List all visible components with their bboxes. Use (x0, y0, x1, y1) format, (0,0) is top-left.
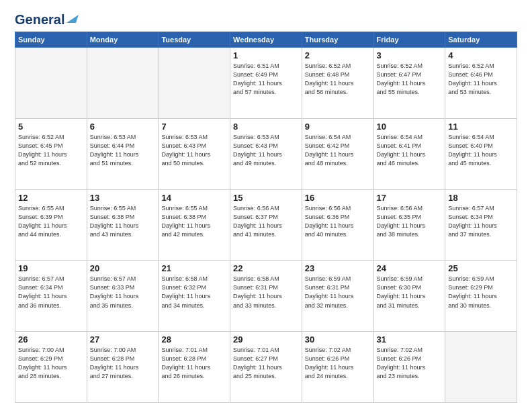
day-cell: 19Sunrise: 6:57 AM Sunset: 6:34 PM Dayli… (15, 261, 87, 332)
day-number: 22 (233, 263, 299, 273)
day-info: Sunrise: 6:52 AM Sunset: 6:45 PM Dayligh… (18, 133, 84, 168)
day-info: Sunrise: 6:53 AM Sunset: 6:43 PM Dayligh… (161, 133, 227, 168)
page: General SundayMondayTuesdayWednesdayThur… (0, 0, 532, 411)
day-number: 13 (90, 193, 156, 203)
day-cell: 26Sunrise: 7:00 AM Sunset: 6:29 PM Dayli… (15, 332, 87, 403)
day-number: 31 (377, 334, 443, 345)
weekday-wednesday: Wednesday (230, 32, 302, 48)
weekday-thursday: Thursday (302, 32, 373, 48)
weekday-sunday: Sunday (15, 32, 87, 48)
day-number: 17 (377, 193, 443, 203)
day-info: Sunrise: 6:59 AM Sunset: 6:29 PM Dayligh… (448, 275, 514, 310)
day-cell: 14Sunrise: 6:55 AM Sunset: 6:38 PM Dayli… (159, 189, 230, 261)
day-info: Sunrise: 6:56 AM Sunset: 6:35 PM Dayligh… (377, 204, 443, 239)
day-info: Sunrise: 6:56 AM Sunset: 6:37 PM Dayligh… (233, 204, 299, 239)
day-cell: 13Sunrise: 6:55 AM Sunset: 6:38 PM Dayli… (87, 189, 159, 261)
day-cell: 21Sunrise: 6:58 AM Sunset: 6:32 PM Dayli… (159, 261, 230, 332)
day-info: Sunrise: 6:58 AM Sunset: 6:31 PM Dayligh… (233, 275, 299, 310)
day-number: 10 (377, 122, 443, 132)
day-cell: 22Sunrise: 6:58 AM Sunset: 6:31 PM Dayli… (230, 261, 302, 332)
day-number: 26 (18, 334, 84, 345)
logo: General (15, 12, 79, 26)
day-info: Sunrise: 6:55 AM Sunset: 6:39 PM Dayligh… (18, 204, 84, 239)
day-cell: 30Sunrise: 7:02 AM Sunset: 6:26 PM Dayli… (302, 332, 373, 403)
week-row-5: 26Sunrise: 7:00 AM Sunset: 6:29 PM Dayli… (15, 332, 517, 403)
day-info: Sunrise: 6:57 AM Sunset: 6:34 PM Dayligh… (448, 204, 514, 239)
day-info: Sunrise: 6:54 AM Sunset: 6:41 PM Dayligh… (377, 133, 443, 168)
logo-wing-icon (66, 13, 79, 27)
day-cell (87, 48, 159, 119)
day-cell: 12Sunrise: 6:55 AM Sunset: 6:39 PM Dayli… (15, 189, 87, 261)
day-cell: 17Sunrise: 6:56 AM Sunset: 6:35 PM Dayli… (373, 189, 445, 261)
day-number: 5 (18, 122, 84, 132)
day-number: 14 (161, 193, 227, 203)
day-cell: 2Sunrise: 6:52 AM Sunset: 6:48 PM Daylig… (302, 48, 373, 119)
week-row-2: 5Sunrise: 6:52 AM Sunset: 6:45 PM Daylig… (15, 118, 517, 189)
day-number: 24 (377, 263, 443, 273)
day-info: Sunrise: 6:55 AM Sunset: 6:38 PM Dayligh… (161, 204, 227, 239)
week-row-1: 1Sunrise: 6:51 AM Sunset: 6:49 PM Daylig… (15, 48, 517, 119)
day-number: 29 (233, 334, 299, 345)
day-cell: 18Sunrise: 6:57 AM Sunset: 6:34 PM Dayli… (445, 189, 517, 261)
day-cell: 25Sunrise: 6:59 AM Sunset: 6:29 PM Dayli… (445, 261, 517, 332)
day-info: Sunrise: 6:56 AM Sunset: 6:36 PM Dayligh… (305, 204, 371, 239)
day-info: Sunrise: 6:54 AM Sunset: 6:42 PM Dayligh… (305, 133, 371, 168)
day-number: 11 (448, 122, 514, 132)
day-number: 16 (305, 193, 371, 203)
day-info: Sunrise: 6:54 AM Sunset: 6:40 PM Dayligh… (448, 133, 514, 168)
day-info: Sunrise: 7:00 AM Sunset: 6:29 PM Dayligh… (18, 346, 84, 381)
day-info: Sunrise: 6:53 AM Sunset: 6:43 PM Dayligh… (233, 133, 299, 168)
day-number: 30 (305, 334, 371, 345)
day-info: Sunrise: 7:02 AM Sunset: 6:26 PM Dayligh… (377, 346, 443, 381)
day-number: 6 (90, 122, 156, 132)
calendar-table: SundayMondayTuesdayWednesdayThursdayFrid… (15, 32, 517, 403)
day-cell: 3Sunrise: 6:52 AM Sunset: 6:47 PM Daylig… (373, 48, 445, 119)
day-cell: 5Sunrise: 6:52 AM Sunset: 6:45 PM Daylig… (15, 118, 87, 189)
day-cell: 27Sunrise: 7:00 AM Sunset: 6:28 PM Dayli… (87, 332, 159, 403)
day-info: Sunrise: 6:59 AM Sunset: 6:30 PM Dayligh… (377, 275, 443, 310)
day-number: 3 (377, 50, 443, 60)
day-info: Sunrise: 6:55 AM Sunset: 6:38 PM Dayligh… (90, 204, 156, 239)
weekday-tuesday: Tuesday (159, 32, 230, 48)
day-cell: 11Sunrise: 6:54 AM Sunset: 6:40 PM Dayli… (445, 118, 517, 189)
day-info: Sunrise: 6:58 AM Sunset: 6:32 PM Dayligh… (161, 275, 227, 310)
day-info: Sunrise: 6:51 AM Sunset: 6:49 PM Dayligh… (233, 62, 299, 97)
day-number: 27 (90, 334, 156, 345)
week-row-4: 19Sunrise: 6:57 AM Sunset: 6:34 PM Dayli… (15, 261, 517, 332)
day-cell: 29Sunrise: 7:01 AM Sunset: 6:27 PM Dayli… (230, 332, 302, 403)
day-info: Sunrise: 6:52 AM Sunset: 6:46 PM Dayligh… (448, 62, 514, 97)
day-info: Sunrise: 6:57 AM Sunset: 6:33 PM Dayligh… (90, 275, 156, 310)
day-cell (159, 48, 230, 119)
day-cell (445, 332, 517, 403)
day-number: 2 (305, 50, 371, 60)
day-cell: 1Sunrise: 6:51 AM Sunset: 6:49 PM Daylig… (230, 48, 302, 119)
day-number: 18 (448, 193, 514, 203)
day-cell: 23Sunrise: 6:59 AM Sunset: 6:31 PM Dayli… (302, 261, 373, 332)
day-cell: 31Sunrise: 7:02 AM Sunset: 6:26 PM Dayli… (373, 332, 445, 403)
day-number: 15 (233, 193, 299, 203)
day-info: Sunrise: 7:00 AM Sunset: 6:28 PM Dayligh… (90, 346, 156, 381)
day-cell: 20Sunrise: 6:57 AM Sunset: 6:33 PM Dayli… (87, 261, 159, 332)
day-number: 8 (233, 122, 299, 132)
day-number: 7 (161, 122, 227, 132)
header: General (15, 12, 517, 26)
day-number: 20 (90, 263, 156, 273)
day-number: 9 (305, 122, 371, 132)
weekday-saturday: Saturday (445, 32, 517, 48)
day-cell: 4Sunrise: 6:52 AM Sunset: 6:46 PM Daylig… (445, 48, 517, 119)
day-number: 21 (161, 263, 227, 273)
day-cell: 7Sunrise: 6:53 AM Sunset: 6:43 PM Daylig… (159, 118, 230, 189)
day-cell: 6Sunrise: 6:53 AM Sunset: 6:44 PM Daylig… (87, 118, 159, 189)
day-number: 25 (448, 263, 514, 273)
day-cell (15, 48, 87, 119)
day-number: 23 (305, 263, 371, 273)
day-info: Sunrise: 7:02 AM Sunset: 6:26 PM Dayligh… (305, 346, 371, 381)
day-cell: 16Sunrise: 6:56 AM Sunset: 6:36 PM Dayli… (302, 189, 373, 261)
day-cell: 10Sunrise: 6:54 AM Sunset: 6:41 PM Dayli… (373, 118, 445, 189)
day-info: Sunrise: 6:53 AM Sunset: 6:44 PM Dayligh… (90, 133, 156, 168)
day-cell: 15Sunrise: 6:56 AM Sunset: 6:37 PM Dayli… (230, 189, 302, 261)
day-info: Sunrise: 7:01 AM Sunset: 6:27 PM Dayligh… (233, 346, 299, 381)
day-cell: 8Sunrise: 6:53 AM Sunset: 6:43 PM Daylig… (230, 118, 302, 189)
svg-marker-0 (66, 15, 79, 23)
weekday-header-row: SundayMondayTuesdayWednesdayThursdayFrid… (15, 32, 517, 48)
